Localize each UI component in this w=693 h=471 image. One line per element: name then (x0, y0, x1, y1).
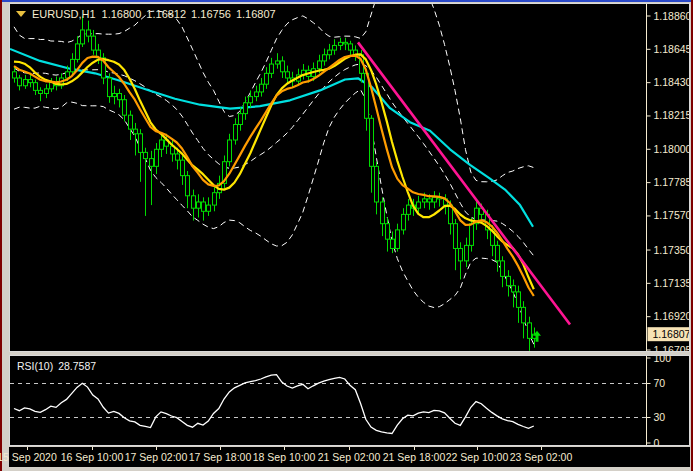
rsi-tick-label: 0 (654, 437, 660, 446)
candlestick (349, 41, 353, 56)
time-label: 17 Sep 02:00 (125, 451, 187, 463)
candlestick (71, 53, 75, 75)
candlestick-chart[interactable]: 1.188601.186451.184301.182151.180001.177… (10, 4, 689, 351)
price-tick-label: 1.16920 (654, 310, 690, 322)
candlestick (528, 317, 532, 351)
chart-title: EURUSD,H1 1.16800 1.16812 1.16756 1.1680… (16, 8, 276, 20)
candlestick (129, 111, 133, 140)
candlestick (281, 56, 285, 78)
time-label: 17 Sep 18:00 (189, 451, 251, 463)
candlestick (370, 115, 374, 192)
candlestick-series (13, 16, 537, 351)
time-label: 23 Sep 02:00 (510, 451, 572, 463)
candlestick (108, 73, 112, 102)
candlestick (465, 238, 469, 267)
window-frame-left (0, 0, 2, 471)
rsi-label: RSI(10) (17, 360, 53, 372)
candlestick (113, 86, 117, 105)
price-tick-label: 1.18000 (654, 143, 690, 155)
candlestick (522, 301, 526, 338)
ohlc-high: 1.16812 (146, 8, 186, 20)
candlestick (123, 95, 127, 121)
price-tick-label: 1.18215 (654, 109, 690, 121)
time-tick (414, 447, 415, 450)
current-price-label: 1.16807 (653, 328, 690, 340)
ohlc-open: 1.16800 (102, 8, 142, 20)
price-tick-label: 1.17570 (654, 209, 690, 221)
price-tick-label: 1.16705 (654, 344, 690, 352)
candlestick (402, 208, 406, 234)
candlestick (391, 231, 395, 253)
candlestick (39, 87, 43, 101)
time-tick (284, 447, 285, 450)
candlestick (386, 217, 390, 251)
candlestick (155, 143, 159, 174)
candlestick (213, 186, 217, 211)
candlestick (24, 75, 28, 89)
ohlc-low: 1.16756 (191, 8, 231, 20)
rsi-axis[interactable]: 10070300 (647, 356, 672, 445)
rsi-value: 28.7587 (58, 360, 96, 372)
time-tick (220, 447, 221, 450)
time-label: 16 Sep 10:00 (61, 451, 123, 463)
rsi-tick-label: 100 (654, 356, 672, 364)
candlestick (323, 49, 327, 66)
candlestick (496, 241, 500, 272)
candlestick (270, 58, 274, 78)
price-tick-label: 1.17350 (654, 244, 690, 256)
candlestick (202, 197, 206, 220)
time-label: 21 Sep 02:00 (318, 451, 380, 463)
price-chart-panel[interactable]: 1.188601.186451.184301.182151.180001.177… (9, 3, 690, 352)
ohlc-close: 1.16807 (236, 8, 276, 20)
candlestick (375, 162, 379, 215)
candlestick (18, 75, 22, 90)
candlestick (344, 38, 348, 50)
candlestick (507, 270, 511, 296)
candlestick (92, 30, 96, 55)
bollinger-lower (14, 90, 534, 345)
candlestick (328, 44, 332, 59)
candlestick (381, 197, 385, 236)
time-tick (27, 447, 28, 450)
candlestick (102, 53, 106, 84)
price-tick-label: 1.18430 (654, 76, 690, 88)
candlestick (76, 36, 80, 62)
candlestick (228, 134, 232, 167)
symbol-dropdown-arrow-icon[interactable] (16, 11, 26, 17)
candlestick (396, 224, 400, 252)
candlestick (333, 39, 337, 54)
symbol-label: EURUSD,H1 (32, 8, 96, 20)
candlestick (45, 84, 49, 98)
time-label: 15 Sep 2020 (0, 451, 57, 463)
candlestick (512, 279, 516, 307)
time-axis[interactable]: 15 Sep 202016 Sep 10:0017 Sep 02:0017 Se… (9, 447, 690, 467)
candlestick (81, 16, 85, 47)
candlestick (192, 190, 196, 221)
candlestick (34, 80, 38, 95)
candlestick (354, 45, 358, 60)
price-tick-label: 1.17135 (654, 277, 690, 289)
time-tick (541, 447, 542, 450)
rsi-indicator-panel[interactable]: 10070300 RSI(10) 28.7587 (9, 355, 690, 446)
candlestick (150, 151, 154, 205)
price-axis[interactable]: 1.188601.186451.184301.182151.180001.177… (647, 4, 690, 351)
time-tick (92, 447, 93, 450)
candlestick (144, 148, 148, 216)
candlestick (339, 38, 343, 50)
window-frame-top (0, 0, 693, 2)
candlestick (186, 171, 190, 208)
candlestick (197, 194, 201, 217)
time-label: 18 Sep 10:00 (253, 451, 315, 463)
candlestick (475, 200, 479, 229)
candlestick (234, 118, 238, 144)
candlestick (118, 89, 122, 108)
candlestick (87, 21, 91, 43)
trendline[interactable] (358, 42, 570, 324)
rsi-chart[interactable]: 10070300 (10, 356, 689, 445)
candlestick (459, 242, 463, 279)
candlestick (207, 197, 211, 216)
rsi-tick-label: 30 (654, 411, 666, 423)
price-tick-label: 1.18860 (654, 10, 690, 22)
time-tick (156, 447, 157, 450)
price-tick-label: 1.17785 (654, 176, 690, 188)
